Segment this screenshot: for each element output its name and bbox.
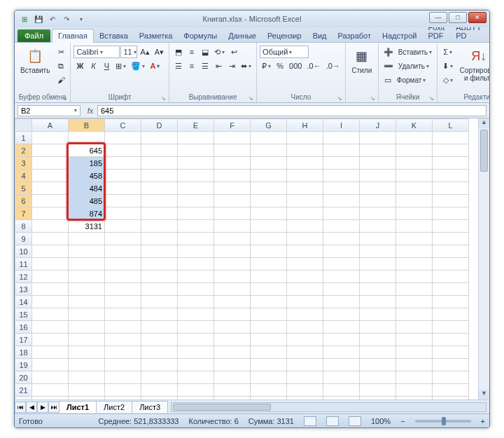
cell[interactable] xyxy=(251,170,287,182)
column-header[interactable]: J xyxy=(360,119,396,132)
cell[interactable] xyxy=(396,207,433,220)
cell[interactable] xyxy=(69,233,105,245)
cell[interactable] xyxy=(214,170,251,182)
row-header[interactable]: 18 xyxy=(15,346,32,359)
cell[interactable] xyxy=(287,182,323,195)
row-header[interactable]: 13 xyxy=(15,283,32,296)
cell[interactable] xyxy=(105,271,141,283)
autosum-icon[interactable]: Σ xyxy=(440,46,455,58)
row-header[interactable]: 9 xyxy=(15,233,32,245)
cell[interactable] xyxy=(287,144,323,157)
cell[interactable] xyxy=(360,321,396,334)
cell[interactable] xyxy=(251,245,287,258)
cell[interactable] xyxy=(396,245,433,258)
cell[interactable] xyxy=(323,296,360,308)
name-box[interactable]: B2 xyxy=(18,105,80,116)
sheet-tab-1[interactable]: Лист1 xyxy=(59,401,97,413)
vertical-scrollbar[interactable]: ▲ ▼ xyxy=(478,118,489,399)
row-header[interactable]: 21 xyxy=(15,384,32,397)
tab-layout[interactable]: Разметка xyxy=(134,29,178,42)
cell[interactable] xyxy=(105,334,141,346)
column-header[interactable]: A xyxy=(32,119,69,132)
cell[interactable] xyxy=(141,334,178,346)
format-cells-icon[interactable]: ▭ xyxy=(382,74,394,86)
close-button[interactable]: ✕ xyxy=(468,12,486,23)
cell[interactable] xyxy=(287,283,323,296)
cell[interactable] xyxy=(178,220,214,233)
cell[interactable] xyxy=(69,359,105,371)
cell[interactable] xyxy=(141,157,178,170)
fill-icon[interactable]: ⬇ xyxy=(440,60,455,72)
fill-color-icon[interactable]: 🪣 xyxy=(129,60,147,72)
cell[interactable] xyxy=(287,397,323,400)
clear-icon[interactable]: ◇ xyxy=(440,74,455,86)
cell[interactable] xyxy=(287,321,323,334)
cell[interactable] xyxy=(323,157,360,170)
cell[interactable] xyxy=(105,170,141,182)
tab-addins[interactable]: Надстрой xyxy=(377,29,422,42)
cell[interactable] xyxy=(32,283,69,296)
cell[interactable] xyxy=(214,182,251,195)
cell[interactable] xyxy=(251,296,287,308)
cell[interactable] xyxy=(323,132,360,144)
cell[interactable] xyxy=(323,397,360,400)
indent-inc-icon[interactable]: ⇥ xyxy=(225,60,238,72)
cell[interactable] xyxy=(360,207,396,220)
cell[interactable] xyxy=(32,258,69,271)
cell[interactable] xyxy=(141,296,178,308)
cell[interactable] xyxy=(360,283,396,296)
cell[interactable] xyxy=(360,334,396,346)
cell[interactable] xyxy=(32,346,69,359)
maximize-button[interactable]: □ xyxy=(449,12,467,23)
bold-icon[interactable]: Ж xyxy=(74,60,86,72)
cell[interactable] xyxy=(396,144,433,157)
row-header[interactable]: 5 xyxy=(15,182,32,195)
cell[interactable] xyxy=(141,371,178,384)
cell[interactable] xyxy=(360,233,396,245)
cell[interactable] xyxy=(287,308,323,321)
cell[interactable] xyxy=(323,308,360,321)
save-icon[interactable]: 💾 xyxy=(33,13,44,25)
cell[interactable] xyxy=(287,157,323,170)
cell[interactable] xyxy=(287,245,323,258)
paste-button[interactable]: 📋 Вставить xyxy=(18,46,52,76)
cell[interactable] xyxy=(141,207,178,220)
cell[interactable] xyxy=(141,195,178,207)
cell[interactable] xyxy=(105,182,141,195)
column-header[interactable]: G xyxy=(251,119,287,132)
scroll-down-icon[interactable]: ▼ xyxy=(479,390,489,399)
cell[interactable] xyxy=(396,182,433,195)
cell[interactable] xyxy=(214,157,251,170)
cell[interactable] xyxy=(433,258,469,271)
cell[interactable] xyxy=(105,245,141,258)
underline-icon[interactable]: Ч xyxy=(100,60,113,72)
cell[interactable] xyxy=(178,132,214,144)
cell[interactable] xyxy=(214,271,251,283)
column-header[interactable]: H xyxy=(287,119,323,132)
cell[interactable] xyxy=(433,207,469,220)
delete-cells-button[interactable]: Удалить xyxy=(396,60,431,72)
row-header[interactable]: 1 xyxy=(15,132,32,144)
cell[interactable] xyxy=(69,283,105,296)
row-header[interactable]: 16 xyxy=(15,321,32,334)
cell[interactable] xyxy=(141,359,178,371)
undo-icon[interactable]: ↶ xyxy=(47,13,58,25)
cell[interactable] xyxy=(69,245,105,258)
tab-developer[interactable]: Разработ xyxy=(332,29,377,42)
row-header[interactable]: 3 xyxy=(15,157,32,170)
cell[interactable] xyxy=(323,283,360,296)
cell[interactable] xyxy=(396,384,433,397)
cell[interactable] xyxy=(433,144,469,157)
cell[interactable] xyxy=(105,321,141,334)
cell[interactable] xyxy=(396,359,433,371)
row-header[interactable]: 15 xyxy=(15,308,32,321)
cell[interactable] xyxy=(433,157,469,170)
cell[interactable] xyxy=(178,308,214,321)
border-icon[interactable]: ⊞ xyxy=(113,60,128,72)
cell[interactable] xyxy=(32,207,69,220)
cell[interactable] xyxy=(360,157,396,170)
cell[interactable] xyxy=(32,144,69,157)
cell[interactable] xyxy=(251,182,287,195)
cell[interactable] xyxy=(323,371,360,384)
cell[interactable] xyxy=(178,144,214,157)
